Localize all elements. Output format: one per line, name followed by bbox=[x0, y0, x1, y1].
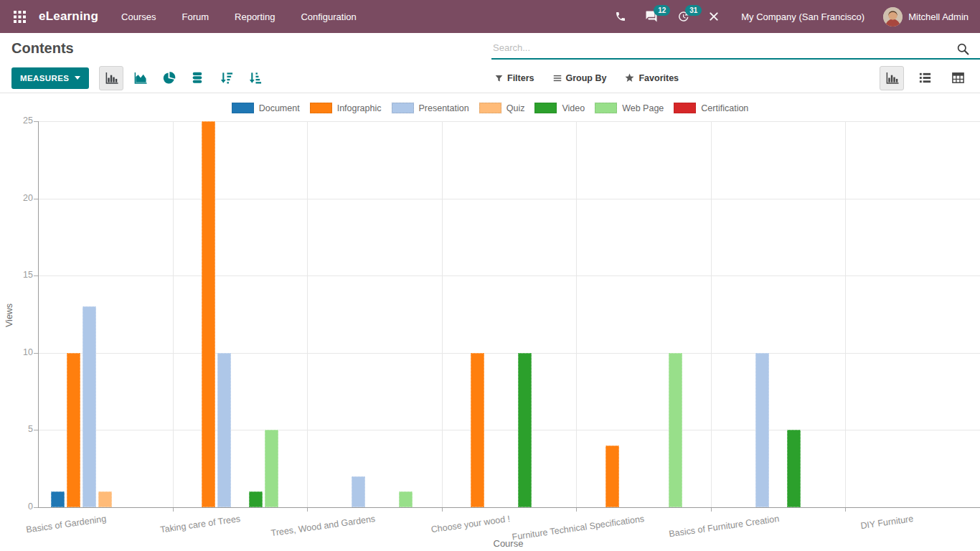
chat-icon[interactable]: 12 bbox=[645, 10, 658, 23]
systray: 12 31 My Company (San Francisco) bbox=[615, 7, 969, 27]
chart-bar[interactable] bbox=[471, 353, 484, 507]
chart-bar[interactable] bbox=[669, 353, 682, 507]
graph-view-button[interactable] bbox=[880, 66, 904, 90]
top-navbar: eLearning Courses Forum Reporting Config… bbox=[0, 0, 980, 33]
chart-bar[interactable] bbox=[51, 491, 65, 507]
legend-item[interactable]: Infographic bbox=[310, 103, 382, 113]
area-chart-icon bbox=[133, 71, 147, 85]
y-tick-label: 25 bbox=[9, 116, 33, 126]
menu-courses[interactable]: Courses bbox=[121, 11, 156, 22]
h-gridline bbox=[38, 353, 980, 354]
h-gridline bbox=[38, 121, 980, 122]
legend-swatch bbox=[232, 103, 254, 113]
menu-configuration[interactable]: Configuration bbox=[301, 11, 356, 22]
legend-label: Web Page bbox=[622, 103, 664, 113]
legend-item[interactable]: Quiz bbox=[479, 103, 525, 113]
y-tick-label: 20 bbox=[9, 193, 33, 203]
x-axis-title: Course bbox=[494, 538, 524, 549]
favorites-menu[interactable]: Favorites bbox=[625, 73, 679, 83]
chart-bar[interactable] bbox=[787, 430, 801, 507]
legend-swatch bbox=[534, 103, 557, 113]
group-by-menu[interactable]: Group By bbox=[553, 73, 607, 83]
chart-bar[interactable] bbox=[202, 121, 215, 507]
h-gridline bbox=[38, 430, 980, 430]
messages-badge: 12 bbox=[654, 5, 670, 16]
menu-forum[interactable]: Forum bbox=[182, 11, 209, 22]
menu-reporting[interactable]: Reporting bbox=[235, 11, 275, 22]
chart-bar[interactable] bbox=[83, 306, 96, 507]
legend-label: Presentation bbox=[419, 103, 469, 113]
y-tick-label: 5 bbox=[9, 424, 33, 434]
activities-badge: 31 bbox=[685, 5, 702, 16]
stacked-button[interactable] bbox=[185, 66, 209, 90]
sort-ascending-button[interactable] bbox=[242, 66, 267, 90]
filters-label: Filters bbox=[507, 73, 534, 83]
bar-chart-icon bbox=[105, 71, 118, 85]
y-tick-label: 15 bbox=[9, 270, 33, 280]
search-box bbox=[491, 39, 980, 60]
chart-bar[interactable] bbox=[399, 491, 413, 507]
app-name[interactable]: eLearning bbox=[39, 9, 98, 24]
legend-swatch bbox=[674, 103, 696, 113]
y-axis-title: Views bbox=[4, 303, 14, 327]
view-switcher bbox=[880, 63, 970, 93]
chart-legend: DocumentInfographicPresentationQuizVideo… bbox=[0, 103, 980, 113]
sort-descending-icon bbox=[220, 71, 233, 85]
legend-label: Infographic bbox=[337, 103, 382, 113]
legend-item[interactable]: Presentation bbox=[392, 103, 469, 113]
control-toolbar: MEASURES bbox=[0, 63, 980, 93]
favorites-star-icon bbox=[625, 73, 634, 83]
sort-ascending-icon bbox=[248, 71, 262, 85]
bar-chart-button[interactable] bbox=[99, 66, 123, 90]
y-tick-label: 0 bbox=[9, 501, 33, 512]
chevron-down-icon bbox=[75, 76, 80, 80]
sort-descending-button[interactable] bbox=[214, 66, 238, 90]
chart-bar[interactable] bbox=[518, 353, 532, 507]
legend-item[interactable]: Document bbox=[232, 103, 300, 113]
chart-bar[interactable] bbox=[265, 430, 278, 507]
pie-chart-icon bbox=[162, 71, 176, 85]
area-chart-button[interactable] bbox=[128, 66, 152, 90]
v-gridline bbox=[845, 121, 846, 507]
chart-bar[interactable] bbox=[67, 353, 80, 507]
x-axis-line bbox=[38, 507, 980, 508]
v-gridline bbox=[576, 121, 577, 507]
pie-chart-button[interactable] bbox=[156, 66, 181, 90]
chart-bar[interactable] bbox=[606, 446, 619, 507]
filters-menu[interactable]: Filters bbox=[495, 73, 534, 83]
y-axis-line bbox=[38, 121, 39, 507]
user-menu[interactable]: Mitchell Admin bbox=[883, 7, 969, 27]
phone-icon[interactable] bbox=[615, 11, 626, 22]
legend-item[interactable]: Video bbox=[534, 103, 585, 113]
chart-bar[interactable] bbox=[352, 476, 365, 507]
search-menus: Filters Group By Favorites bbox=[495, 63, 679, 93]
apps-grid-icon[interactable] bbox=[9, 6, 30, 27]
legend-item[interactable]: Web Page bbox=[595, 103, 664, 113]
legend-swatch bbox=[392, 103, 414, 113]
measures-button[interactable]: MEASURES bbox=[11, 67, 89, 89]
list-view-button[interactable] bbox=[913, 66, 937, 90]
legend-item[interactable]: Certification bbox=[674, 103, 748, 113]
legend-label: Video bbox=[562, 103, 585, 113]
chart-bar[interactable] bbox=[755, 353, 769, 507]
activity-clock-icon[interactable]: 31 bbox=[677, 10, 689, 23]
chart-type-buttons bbox=[95, 66, 267, 90]
user-name: Mitchell Admin bbox=[908, 11, 969, 22]
search-input[interactable] bbox=[491, 39, 954, 56]
company-name[interactable]: My Company (San Francisco) bbox=[741, 11, 864, 22]
legend-label: Quiz bbox=[507, 103, 525, 113]
chart-bar[interactable] bbox=[249, 491, 263, 507]
group-by-icon bbox=[553, 74, 562, 83]
page-title: Contents bbox=[11, 40, 74, 57]
chart-bar[interactable] bbox=[217, 353, 231, 507]
v-gridline bbox=[442, 121, 443, 507]
h-gridline bbox=[38, 199, 980, 199]
group-by-label: Group By bbox=[566, 73, 607, 83]
search-icon[interactable] bbox=[956, 42, 970, 59]
bar-chart-icon bbox=[885, 71, 899, 85]
chart-bar[interactable] bbox=[98, 491, 112, 507]
legend-swatch bbox=[479, 103, 501, 113]
grid-view-button[interactable] bbox=[946, 66, 970, 90]
tools-icon[interactable] bbox=[708, 11, 720, 22]
v-gridline bbox=[307, 121, 308, 507]
